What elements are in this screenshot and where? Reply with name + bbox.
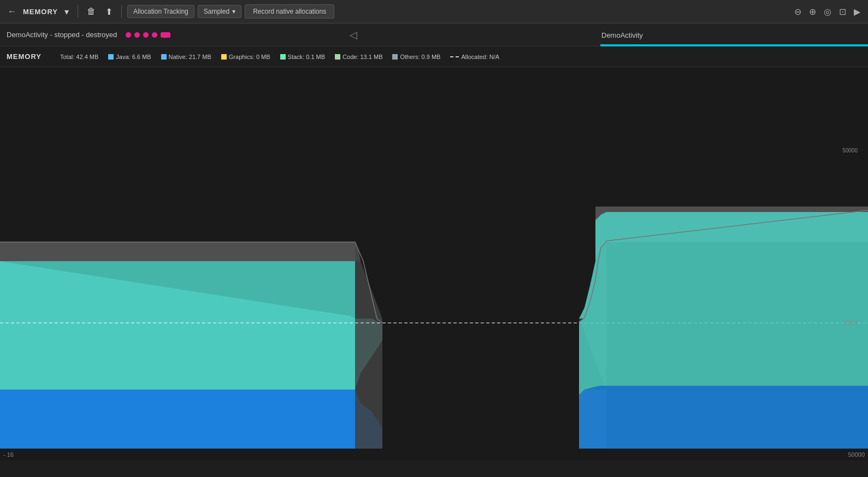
separator-1 <box>78 5 78 18</box>
allocation-tracking-label: Allocation Tracking <box>133 8 188 15</box>
others-label: Others: 0.9 MB <box>400 54 440 60</box>
device-dots <box>126 32 170 38</box>
play-button[interactable]: ▶ <box>851 4 864 19</box>
dot-4 <box>152 32 157 38</box>
bottom-label-right: 50000 <box>848 451 865 458</box>
legend-others: Others: 0.9 MB <box>392 54 440 60</box>
native-label: Native: 21.7 MB <box>169 54 211 60</box>
right-label-00000: 00000 <box>842 320 858 326</box>
allocated-dash <box>450 56 459 57</box>
teal-right <box>579 319 868 395</box>
toolbar: ← MEMORY ▾ 🗑 ⬆ Allocation Tracking Sampl… <box>0 0 868 23</box>
allocated-label: Allocated: N/A <box>461 54 499 60</box>
graphics-color <box>221 54 227 60</box>
toolbar-right-icons: ⊖ ⊕ ◎ ⊡ ▶ <box>791 4 864 19</box>
dot-3 <box>143 32 149 38</box>
device-name: DemoActivity - stopped - destroyed <box>7 31 117 39</box>
legend-code: Code: 13.1 MB <box>335 54 382 60</box>
teal-left-2 <box>0 261 355 390</box>
zoom-reset-button[interactable]: ◎ <box>820 4 835 19</box>
dot-1 <box>126 32 131 38</box>
legend-java: Java: 6.6 MB <box>108 54 151 60</box>
blue-left-2 <box>0 390 355 449</box>
bottom-label-left: - 16 <box>3 451 14 458</box>
code-color <box>335 54 340 60</box>
code-label: Code: 13.1 MB <box>343 54 382 60</box>
delete-button[interactable]: 🗑 <box>84 4 99 19</box>
record-native-button[interactable]: Record native allocations <box>245 4 334 19</box>
others-color <box>392 54 398 60</box>
legend-native: Native: 21.7 MB <box>161 54 211 60</box>
memory-header: MEMORY Total: 42.4 MB Java: 6.6 MB Nativ… <box>0 46 868 67</box>
legend-stack: Stack: 0.1 MB <box>280 54 325 60</box>
sampled-dropdown[interactable]: Sampled ▾ <box>198 5 241 18</box>
demo-activity-right: DemoActivity <box>595 23 868 46</box>
stack-label: Stack: 0.1 MB <box>288 54 325 60</box>
memory-chart-svg: 50000 00000 <box>0 67 868 449</box>
dot-2 <box>134 32 140 38</box>
graphics-label: Graphics: 0 MB <box>229 54 270 60</box>
separator-2 <box>121 5 122 18</box>
java-color <box>108 54 114 60</box>
teal-upper-right <box>579 212 868 319</box>
legend-total: Total: 42.4 MB <box>60 54 98 60</box>
legend-graphics: Graphics: 0 MB <box>221 54 270 60</box>
memory-title: MEMORY <box>23 8 58 16</box>
zoom-in-button[interactable]: ⊕ <box>806 4 819 19</box>
dip-dark-middle <box>382 319 579 449</box>
stack-color <box>280 54 286 60</box>
sampled-label: Sampled <box>204 8 229 15</box>
zoom-frame-button[interactable]: ⊡ <box>836 4 849 19</box>
dropdown-arrow-btn[interactable]: ▾ <box>61 4 72 19</box>
java-label: Java: 6.6 MB <box>116 54 151 60</box>
dot-rect <box>161 32 170 38</box>
chart-container[interactable]: 50000 00000 - 16 50000 <box>0 67 868 461</box>
timeline-play-icon: ◁ <box>350 29 357 41</box>
legend-total-label: Total: 42.4 MB <box>60 54 98 60</box>
import-button[interactable]: ⬆ <box>102 4 116 19</box>
bottom-labels: - 16 50000 <box>0 449 868 461</box>
record-native-label: Record native allocations <box>253 8 326 15</box>
gray-cap-left <box>0 242 361 261</box>
demo-activity-label: DemoActivity <box>601 31 643 39</box>
legend-allocated: Allocated: N/A <box>450 54 499 60</box>
back-button[interactable]: ← <box>4 4 20 19</box>
zoom-out-button[interactable]: ⊖ <box>791 4 805 19</box>
sampled-arrow: ▾ <box>232 8 235 15</box>
blue-right <box>579 386 868 449</box>
right-label-50000: 50000 <box>842 148 858 154</box>
native-color <box>161 54 167 60</box>
device-bar: DemoActivity - stopped - destroyed ◁ Dem… <box>0 23 868 46</box>
teal-progress-bar <box>600 44 868 46</box>
chart-wrapper: 48 MB <box>0 67 868 461</box>
memory-section-label: MEMORY <box>7 52 50 61</box>
allocation-tracking-button[interactable]: Allocation Tracking <box>127 5 194 18</box>
